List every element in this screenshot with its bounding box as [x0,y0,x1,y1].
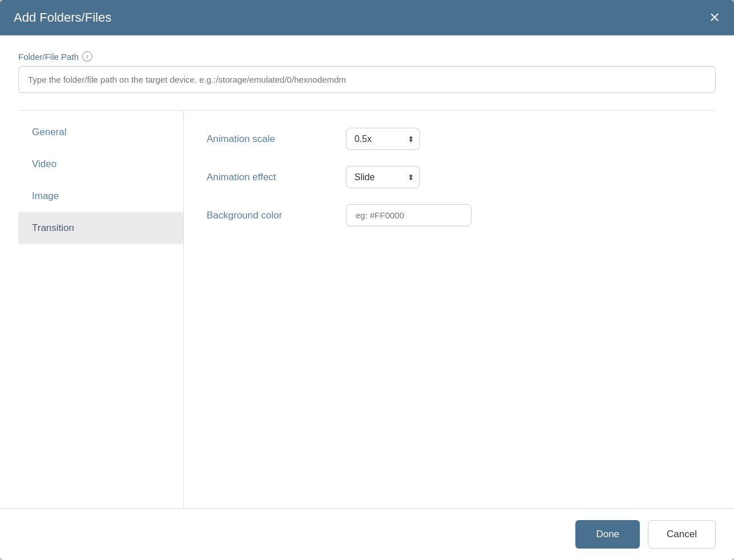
folder-path-section: Folder/File Path i [18,51,716,93]
background-color-input[interactable] [346,204,471,226]
sidebar-item-image[interactable]: Image [18,180,183,212]
animation-scale-select[interactable]: 0.5x 1x 1.5x 2x [346,128,420,150]
cancel-button[interactable]: Cancel [648,520,716,549]
content-area: General Video Image Transition Animation… [18,110,716,508]
close-button[interactable]: ✕ [709,11,720,25]
info-icon: i [82,51,92,62]
animation-effect-wrapper: Slide Fade Zoom None ⬍ [346,166,420,188]
dialog-title: Add Folders/Files [14,10,111,25]
animation-effect-select[interactable]: Slide Fade Zoom None [346,166,420,188]
sidebar-item-transition[interactable]: Transition [18,212,183,244]
background-color-row: Background color [207,204,693,226]
dialog-body: Folder/File Path i General Video Image T… [0,35,734,508]
dialog-header: Add Folders/Files ✕ [0,0,734,35]
animation-effect-row: Animation effect Slide Fade Zoom None ⬍ [207,166,693,188]
sidebar-item-video[interactable]: Video [18,148,183,180]
folder-path-label-text: Folder/File Path [18,52,79,62]
animation-effect-label: Animation effect [207,172,332,183]
folder-path-label: Folder/File Path i [18,51,716,62]
background-color-label: Background color [207,210,332,221]
animation-scale-wrapper: 0.5x 1x 1.5x 2x ⬍ [346,128,420,150]
sidebar-item-general[interactable]: General [18,116,183,148]
dialog: Add Folders/Files ✕ Folder/File Path i G… [0,0,734,560]
sidebar: General Video Image Transition [18,111,184,508]
animation-scale-label: Animation scale [207,133,332,145]
animation-scale-row: Animation scale 0.5x 1x 1.5x 2x ⬍ [207,128,693,150]
folder-path-input[interactable] [18,66,716,93]
dialog-footer: Done Cancel [0,508,734,560]
main-panel: Animation scale 0.5x 1x 1.5x 2x ⬍ Animat… [184,111,716,508]
done-button[interactable]: Done [575,520,640,549]
